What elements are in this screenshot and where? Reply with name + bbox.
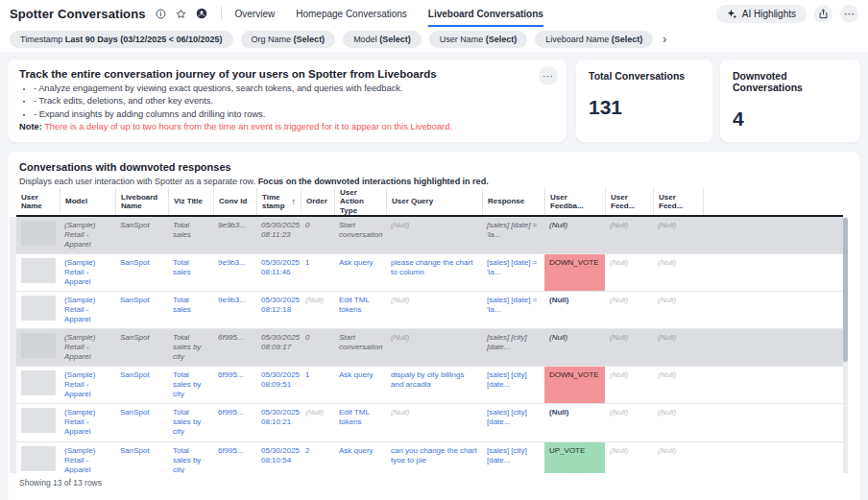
cell-ts[interactable]: 05/30/2025 08:11:23 — [256, 217, 301, 253]
column-header-user-feedba[interactable]: User Feedba... — [544, 188, 605, 215]
more-options-button[interactable]: ⋯ — [840, 5, 858, 23]
cell-order[interactable]: 2 — [301, 442, 334, 473]
tab-homepage-conversations[interactable]: Homepage Conversations — [296, 0, 407, 27]
cell-conv[interactable]: 9e9b3... — [213, 217, 256, 253]
column-header-user-feed[interactable]: User Feed... — [605, 188, 653, 215]
star-icon[interactable] — [176, 8, 187, 19]
table-row[interactable]: (Sample) Retail - ApparelSanSpotTotal sa… — [16, 217, 843, 254]
cell-liveboard[interactable]: SanSpot — [115, 292, 168, 328]
cell-viz[interactable]: Total sales by city — [168, 329, 213, 366]
cell-response[interactable]: [sales] [city] [date... — [482, 404, 544, 441]
column-header-model[interactable]: Model — [60, 188, 115, 215]
cell-response[interactable]: [sales] [date] = 'la... — [482, 254, 544, 291]
cell-ts[interactable]: 05/30/2025 08:10:21 — [256, 404, 301, 441]
cell-action[interactable]: Start conversation — [334, 329, 386, 366]
cell-liveboard[interactable]: SanSpot — [115, 254, 168, 291]
content-area: Track the entire conversation journey of… — [0, 52, 868, 500]
cell-model[interactable]: (Sample) Retail - Apparel — [60, 404, 115, 441]
filter-chip-timestamp[interactable]: Timestamp Last 90 Days (03/12/2025 < 06/… — [10, 31, 233, 48]
cell-viz[interactable]: Total sales — [168, 217, 213, 253]
filter-chip-user-name[interactable]: User Name (Select) — [429, 31, 528, 48]
cell-model[interactable]: (Sample) Retail - Apparel — [60, 292, 115, 328]
cell-conv[interactable]: 6f995... — [213, 404, 256, 441]
cell-liveboard[interactable]: SanSpot — [115, 367, 168, 403]
cell-viz[interactable]: Total sales by city — [168, 442, 213, 473]
cell-liveboard[interactable]: SanSpot — [115, 404, 168, 441]
cell-viz[interactable]: Total sales by city — [168, 404, 213, 441]
cell-feedback[interactable]: DOWN_VOTE — [544, 367, 605, 403]
column-header-user-query[interactable]: User Query — [386, 188, 482, 215]
table-row[interactable]: (Sample) Retail - ApparelSanSpotTotal sa… — [16, 404, 843, 442]
cell-liveboard[interactable]: SanSpot — [115, 217, 168, 253]
cell-query[interactable]: can you change the chart tyoe to pie — [386, 442, 482, 473]
info-icon[interactable] — [156, 8, 167, 19]
filter-chip-org-name[interactable]: Org Name (Select) — [241, 31, 336, 48]
column-header-user-feed[interactable]: User Feed... — [653, 188, 703, 215]
column-header-liveboard-name[interactable]: Liveboard Name — [115, 188, 168, 215]
tab-overview[interactable]: Overview — [235, 0, 276, 27]
cell-conv[interactable]: 6f995... — [213, 442, 256, 473]
cell-response[interactable]: [sales] [date] = 'la... — [482, 292, 544, 328]
cell-response[interactable]: [sales] [date] = 'la... — [482, 217, 544, 253]
cell-ts[interactable]: 05/30/2025 08:09:17 — [256, 329, 301, 366]
cell-action[interactable]: Edit TML tokens — [334, 404, 386, 441]
cell-feedback[interactable]: UP_VOTE — [544, 442, 605, 473]
tab-liveboard-conversations[interactable]: Liveboard Conversations — [428, 0, 543, 27]
column-header-conv-id[interactable]: Conv Id — [213, 188, 256, 215]
cell-model[interactable]: (Sample) Retail - Apparel — [60, 367, 115, 403]
column-header-response[interactable]: Response — [482, 188, 544, 215]
cell-viz[interactable]: Total sales — [168, 292, 213, 328]
cell-response[interactable]: [sales] [city] [date... — [482, 367, 544, 403]
column-header-user-action-type[interactable]: User Action Type — [334, 188, 386, 215]
cell-response[interactable]: [sales] [city] [date... — [482, 442, 544, 473]
cell-liveboard[interactable]: SanSpot — [115, 329, 168, 366]
column-header-order[interactable]: Order — [301, 188, 334, 215]
cell-model[interactable]: (Sample) Retail - Apparel — [60, 254, 115, 291]
share-button[interactable] — [814, 5, 832, 23]
cell-conv[interactable]: 9e9b3... — [213, 254, 256, 291]
cell-model[interactable]: (Sample) Retail - Apparel — [60, 442, 115, 473]
cell-feedback[interactable]: DOWN_VOTE — [544, 254, 605, 291]
cell-action[interactable]: Ask query — [334, 254, 386, 291]
cell-action[interactable]: Start conversation — [334, 217, 386, 253]
redacted-user-avatar — [21, 370, 56, 395]
table-row[interactable]: (Sample) Retail - ApparelSanSpotTotal sa… — [16, 367, 843, 404]
cell-ts[interactable]: 05/30/2025 08:12:18 — [256, 292, 301, 328]
column-header-viz-title[interactable]: Viz Title — [168, 188, 213, 215]
cell-ts[interactable]: 05/30/2025 08:09:51 — [256, 367, 301, 403]
cell-query[interactable]: please change the chart to column — [386, 254, 482, 291]
column-header-user-name[interactable]: User Name — [16, 188, 60, 215]
avatar-badge-icon[interactable] — [196, 8, 207, 19]
cell-feed2: (Null) — [605, 217, 653, 253]
cell-action[interactable]: Edit TML tokens — [334, 292, 386, 328]
cell-conv[interactable]: 6f995... — [213, 367, 256, 403]
cell-action[interactable]: Ask query — [334, 442, 386, 473]
cell-order[interactable]: 0 — [301, 217, 334, 253]
table-row[interactable]: (Sample) Retail - ApparelSanSpotTotal sa… — [16, 442, 843, 473]
cell-response[interactable]: [sales] [city] [date... — [482, 329, 544, 366]
cell-model[interactable]: (Sample) Retail - Apparel — [60, 217, 115, 253]
column-header-time-stamp[interactable]: Time stamp↑ — [256, 188, 301, 215]
table-row[interactable]: (Sample) Retail - ApparelSanSpotTotal sa… — [16, 329, 843, 367]
cell-ts[interactable]: 05/30/2025 08:11:46 — [256, 254, 301, 291]
info-panel-more-button[interactable]: ⋯ — [539, 66, 558, 85]
table-row[interactable]: (Sample) Retail - ApparelSanSpotTotal sa… — [16, 292, 843, 329]
cell-order[interactable]: 0 — [301, 329, 334, 366]
cell-action[interactable]: Ask query — [334, 367, 386, 403]
filter-chip-model[interactable]: Model (Select) — [343, 31, 422, 48]
cell-viz[interactable]: Total sales by city — [168, 367, 213, 403]
cell-order[interactable]: 1 — [301, 367, 334, 403]
cell-ts[interactable]: 05/30/2025 08:10:54 — [256, 442, 301, 473]
cell-conv[interactable]: 6f995... — [213, 329, 256, 366]
filter-overflow-chevron-icon[interactable]: › — [663, 33, 666, 46]
ai-highlights-button[interactable]: AI Highlights — [716, 5, 807, 23]
cell-viz[interactable]: Total sales — [168, 254, 213, 291]
cell-query[interactable]: dispaly by city billings and arcadia — [386, 367, 482, 403]
cell-liveboard[interactable]: SanSpot — [115, 442, 168, 473]
scrollbar-thumb[interactable] — [843, 218, 848, 362]
table-row[interactable]: (Sample) Retail - ApparelSanSpotTotal sa… — [16, 254, 843, 292]
cell-order[interactable]: 1 — [301, 254, 334, 291]
cell-conv[interactable]: 9e9b3... — [213, 292, 256, 328]
cell-model[interactable]: (Sample) Retail - Apparel — [60, 329, 115, 366]
filter-chip-liveboard-name[interactable]: Liveboard Name (Select) — [535, 31, 653, 48]
